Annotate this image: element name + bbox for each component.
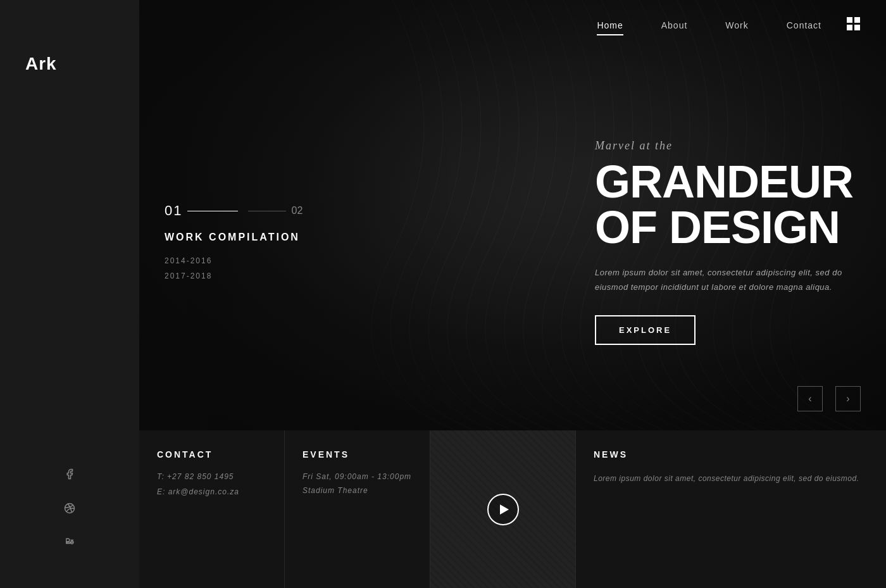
- nav-links: Home About Work Contact: [597, 20, 821, 30]
- hero-title: GRANDEUR OF DESIGN: [595, 159, 848, 250]
- hero-title-line2: OF DESIGN: [595, 202, 840, 253]
- dribbble-icon[interactable]: [62, 501, 77, 516]
- logo[interactable]: Ark: [25, 54, 57, 74]
- social-links: [62, 466, 77, 550]
- hero-description: Lorem ipsum dolor sit amet, consectetur …: [595, 265, 848, 295]
- events-panel: EVENTS Fri Sat, 09:00am - 13:00pm Stadiu…: [285, 430, 430, 588]
- nav-home[interactable]: Home: [597, 20, 623, 30]
- carousel-arrows: ‹ ›: [797, 386, 861, 411]
- hero-right-content: Marvel at the GRANDEUR OF DESIGN Lorem i…: [595, 139, 848, 345]
- nav-about[interactable]: About: [661, 20, 688, 30]
- contact-heading: CONTACT: [157, 449, 266, 460]
- hero-left-content: 01 02 Work Compilation 2014-2016 2017-20…: [165, 203, 303, 284]
- contact-panel: CONTACT T: +27 82 850 1495 E: ark@design…: [139, 430, 285, 588]
- slide-line-active: [187, 211, 238, 211]
- hero-section: Home About Work Contact 01 02: [139, 0, 886, 430]
- slide-line-inactive: [248, 211, 286, 211]
- slide-current: 01: [165, 203, 182, 219]
- events-venue: Stadium Theatre: [303, 486, 412, 495]
- slide-counter: 01 02: [165, 203, 303, 219]
- svg-rect-6: [854, 17, 860, 23]
- nav-contact[interactable]: Contact: [787, 20, 821, 30]
- bottom-panels: CONTACT T: +27 82 850 1495 E: ark@design…: [139, 430, 886, 588]
- slide-compilation-title: Work Compilation: [165, 232, 303, 243]
- behance-icon[interactable]: [62, 535, 77, 550]
- news-heading: NEWS: [594, 449, 868, 460]
- slide-years: 2014-2016 2017-2018: [165, 253, 303, 284]
- news-text: Lorem ipsum dolor sit amet, consectetur …: [594, 472, 868, 486]
- video-panel: [430, 430, 576, 588]
- year-range-1: 2014-2016: [165, 253, 303, 268]
- next-arrow[interactable]: ›: [835, 386, 861, 411]
- play-button[interactable]: [487, 494, 519, 525]
- year-range-2: 2017-2018: [165, 268, 303, 284]
- navigation: Home About Work Contact: [139, 0, 886, 51]
- sidebar: Ark: [0, 0, 139, 588]
- slide-next: 02: [291, 205, 303, 216]
- grid-menu-icon[interactable]: [847, 17, 861, 34]
- facebook-icon[interactable]: [62, 466, 77, 482]
- hero-title-line1: GRANDEUR: [595, 156, 853, 207]
- hero-subtitle: Marvel at the: [595, 139, 848, 153]
- news-panel: NEWS Lorem ipsum dolor sit amet, consect…: [576, 430, 886, 588]
- events-heading: EVENTS: [303, 449, 412, 460]
- main-content: Home About Work Contact 01 02: [139, 0, 886, 588]
- nav-work[interactable]: Work: [725, 20, 748, 30]
- prev-arrow[interactable]: ‹: [797, 386, 823, 411]
- explore-button[interactable]: EXPLORE: [595, 315, 696, 345]
- events-time: Fri Sat, 09:00am - 13:00pm: [303, 472, 412, 481]
- svg-rect-7: [847, 25, 852, 30]
- contact-email: E: ark@design.co.za: [157, 487, 266, 496]
- svg-rect-5: [847, 17, 852, 23]
- svg-rect-8: [854, 25, 860, 30]
- contact-phone: T: +27 82 850 1495: [157, 472, 266, 481]
